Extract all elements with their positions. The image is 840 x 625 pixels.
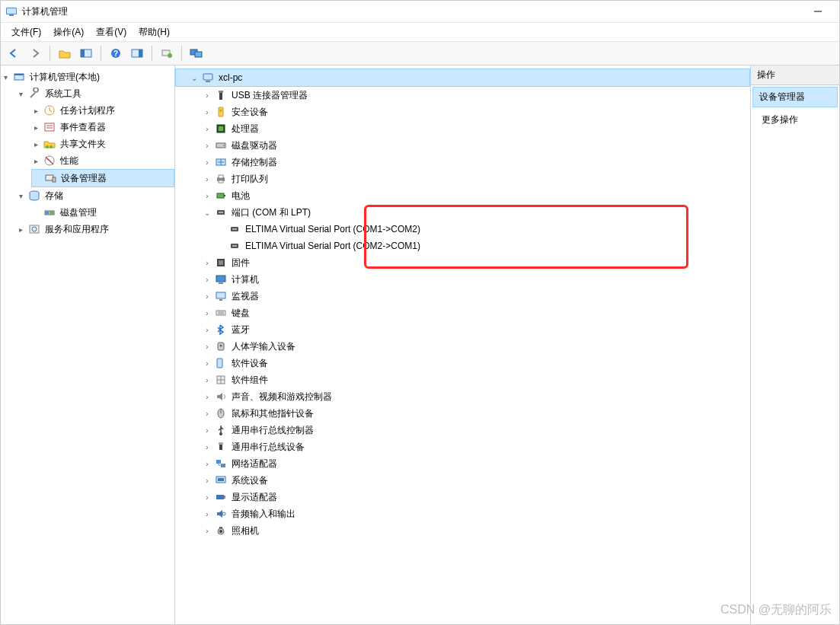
svg-rect-36 [219, 91, 223, 93]
expand-icon[interactable]: ⌄ [203, 209, 212, 217]
expand-icon[interactable]: ⌄ [190, 74, 199, 82]
expand-icon[interactable]: ▸ [31, 157, 40, 165]
expand-icon[interactable]: › [203, 142, 212, 150]
titlebar: 计算机管理 [1, 1, 839, 23]
expand-icon[interactable]: › [203, 108, 212, 116]
svg-rect-17 [45, 123, 54, 131]
device-category[interactable]: ›网络适配器 [175, 455, 750, 472]
keyboard-icon [215, 307, 227, 319]
expand-icon[interactable]: › [203, 158, 212, 167]
expand-icon[interactable]: › [203, 309, 212, 317]
device-category[interactable]: ›软件组件 [175, 371, 750, 388]
expand-icon[interactable]: › [203, 460, 212, 468]
expand-icon[interactable]: › [203, 276, 212, 284]
device-category[interactable]: ›键盘 [175, 305, 750, 321]
expand-icon[interactable]: › [203, 376, 212, 384]
expand-icon[interactable]: › [203, 192, 212, 200]
minimize-button[interactable] [801, 1, 835, 22]
expand-icon[interactable]: › [203, 443, 212, 451]
device-category[interactable]: ›照相机 [175, 522, 750, 539]
device-category[interactable]: ›鼠标和其他指针设备 [175, 405, 750, 422]
device-category[interactable]: ›处理器 [175, 120, 750, 137]
expand-icon[interactable]: › [203, 175, 212, 183]
expand-icon[interactable]: ▸ [31, 123, 40, 132]
svg-point-51 [220, 212, 222, 213]
expand-icon[interactable]: › [203, 125, 212, 133]
device-category[interactable]: ›安全设备 [175, 104, 750, 120]
tree-performance[interactable]: ▸性能 [31, 152, 174, 169]
device-category[interactable]: ›软件设备 [175, 355, 750, 371]
expand-icon[interactable]: › [203, 493, 212, 502]
device-category[interactable]: ›打印队列 [175, 171, 750, 187]
back-button[interactable] [4, 43, 24, 63]
tree-system-tools[interactable]: ▾ 系统工具 [16, 85, 174, 102]
svg-point-21 [50, 145, 53, 148]
device-category[interactable]: ›计算机 [175, 271, 750, 288]
console-tree[interactable]: ▾ 计算机管理(本地) ▾ 系统工具 ▸任务计划程序 [1, 65, 175, 624]
help-button[interactable]: ? [106, 43, 126, 63]
scan-hardware-button[interactable] [157, 43, 177, 63]
expand-icon[interactable]: › [203, 292, 212, 301]
svg-rect-37 [219, 107, 223, 116]
device-category[interactable]: ›蓝牙 [175, 321, 750, 338]
tree-label: 任务计划程序 [59, 104, 117, 117]
expand-icon[interactable]: › [203, 410, 212, 418]
device-category[interactable]: ›声音、视频和游戏控制器 [175, 388, 750, 405]
menu-view[interactable]: 查看(V) [90, 24, 133, 40]
device-category[interactable]: ›人体学输入设备 [175, 338, 750, 355]
tree-shared-folders[interactable]: ▸共享文件夹 [31, 136, 174, 152]
actions-pane-more[interactable]: 更多操作 [751, 109, 839, 131]
device-root[interactable]: ⌄xcl-pc [175, 69, 750, 87]
device-category[interactable]: ›固件 [175, 254, 750, 271]
expand-icon[interactable]: ▸ [31, 140, 40, 148]
expand-icon[interactable]: › [203, 426, 212, 435]
device-category[interactable]: ›磁盘驱动器 [175, 137, 750, 154]
tree-disk-management[interactable]: 磁盘管理 [31, 204, 174, 221]
device-category[interactable]: ›系统设备 [175, 472, 750, 489]
forward-button[interactable] [25, 43, 45, 63]
actions-pane-selected[interactable]: 设备管理器 [752, 87, 838, 107]
menu-action[interactable]: 操作(A) [47, 24, 90, 40]
expand-icon[interactable]: › [203, 510, 212, 518]
device-category[interactable]: ›通用串行总线设备 [175, 438, 750, 455]
device-category[interactable]: ›音频输入和输出 [175, 505, 750, 522]
device-category[interactable]: ›监视器 [175, 288, 750, 305]
device-label: 软件组件 [230, 374, 270, 387]
expand-icon[interactable]: › [203, 359, 212, 368]
tree-storage[interactable]: ▾ 存储 [16, 187, 174, 204]
expand-icon[interactable]: › [203, 393, 212, 401]
tree-services-apps[interactable]: ▸ 服务和应用程序 [16, 221, 174, 238]
tree-root[interactable]: ▾ 计算机管理(本地) [1, 69, 174, 85]
device-category[interactable]: ›电池 [175, 187, 750, 204]
device-category[interactable]: ⌄端口 (COM 和 LPT) [175, 204, 750, 221]
monitors-button[interactable] [187, 43, 206, 63]
expand-icon[interactable]: ▸ [16, 225, 25, 234]
expand-icon[interactable]: ▾ [16, 192, 25, 200]
svg-rect-88 [219, 527, 222, 528]
menu-file[interactable]: 文件(F) [5, 24, 47, 40]
device-item[interactable]: ELTIMA Virtual Serial Port (COM2->COM1) [175, 238, 750, 254]
device-item[interactable]: ELTIMA Virtual Serial Port (COM1->COM2) [175, 221, 750, 238]
tree-event-viewer[interactable]: ▸事件查看器 [31, 119, 174, 136]
expand-icon[interactable]: › [203, 326, 212, 334]
expand-icon[interactable]: ▾ [1, 73, 10, 81]
pane-button[interactable] [127, 43, 147, 63]
tree-task-scheduler[interactable]: ▸任务计划程序 [31, 102, 174, 119]
expand-icon[interactable]: ▾ [16, 90, 25, 98]
device-category[interactable]: ›USB 连接器管理器 [175, 87, 750, 104]
device-label: 安全设备 [230, 106, 270, 119]
menu-help[interactable]: 帮助(H) [133, 24, 176, 40]
expand-icon[interactable]: ▸ [31, 107, 40, 115]
expand-icon[interactable]: › [203, 259, 212, 267]
device-tree-pane[interactable]: ⌄xcl-pc›USB 连接器管理器›安全设备›处理器›磁盘驱动器›存储控制器›… [175, 65, 751, 624]
expand-icon[interactable]: › [203, 91, 212, 100]
expand-icon[interactable]: › [203, 527, 212, 535]
tree-device-manager[interactable]: 设备管理器 [31, 169, 174, 187]
expand-icon[interactable]: › [203, 343, 212, 351]
device-category[interactable]: ›通用串行总线控制器 [175, 422, 750, 438]
device-category[interactable]: ›存储控制器 [175, 154, 750, 171]
device-category[interactable]: ›显示适配器 [175, 489, 750, 505]
folder-up-button[interactable] [55, 43, 75, 63]
show-hide-tree-button[interactable] [76, 43, 96, 63]
expand-icon[interactable]: › [203, 477, 212, 485]
